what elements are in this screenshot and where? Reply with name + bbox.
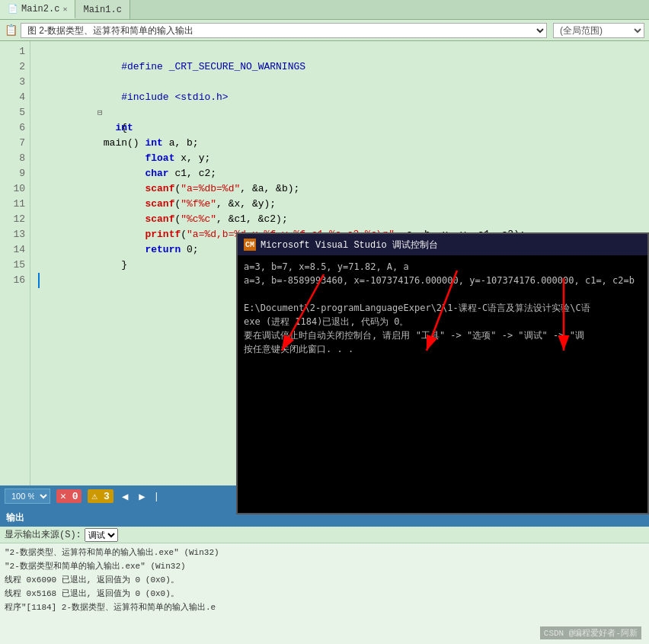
console-line-3 (244, 287, 641, 301)
func-scanf-9: scanf (145, 183, 174, 194)
code-text-13: 0; (181, 244, 198, 255)
line-num-3: 3 (0, 75, 30, 90)
collapse-marker-4: ⊟ (98, 108, 103, 117)
console-line-2: a=3, b=-8589993460, x=-107374176.000000,… (244, 274, 641, 287)
console-line-7: 按任意键关闭此窗口. . . (244, 342, 641, 356)
output-line-5: 程序"[1184] 2-数据类型、运算符和简单的输入输出.e (5, 601, 644, 614)
code-indent-8 (98, 168, 145, 179)
line-num-7: 7 (0, 136, 30, 151)
kw-int-6: int (145, 137, 162, 149)
scope-icon: 📋 (5, 24, 18, 37)
output-line-2: "2-数据类型和简单的输入输出.exe" (Win32) (5, 559, 644, 573)
code-include-str: <stdio.h> (174, 91, 228, 103)
func-scanf-11: scanf (145, 213, 174, 225)
code-line-1: #define _CRT_SECURE_NO_WARNINGS (38, 44, 649, 59)
code-indent-12 (98, 229, 145, 240)
watermark: CSDN @编程爱好者-阿新 (540, 626, 641, 639)
line-num-16: 16 (0, 273, 30, 288)
console-line-4: E:\Document\2-programLanguageExper\2\1-课… (244, 301, 641, 315)
code-indent-10 (98, 198, 145, 210)
nav-position: ∣ (154, 491, 159, 502)
error-count-badge: ✕ 0 (56, 489, 82, 503)
nav-back-button[interactable]: ◀ (120, 490, 130, 503)
tab-main1[interactable]: Main1.c (75, 0, 129, 19)
kw-float-7: float (145, 152, 174, 164)
output-source-select[interactable]: 调试 (85, 528, 118, 542)
line-num-10: 10 (0, 181, 30, 197)
output-panel: 输出 显示输出来源(S): 调试 "2-数据类型、运算符和简单的输入输出.exe… (0, 507, 649, 644)
code-args-10: , &x, &y); (216, 198, 276, 210)
output-title-text: 输出 (6, 511, 24, 524)
kw-return-13: return (145, 244, 181, 255)
console-app-icon: CM (244, 239, 256, 251)
line-num-14: 14 (0, 242, 30, 258)
code-indent-13 (98, 244, 145, 255)
line-num-4: 4 (0, 90, 30, 105)
zoom-select[interactable]: 100 % (5, 489, 50, 504)
output-toolbar: 显示输出来源(S): 调试 (0, 527, 649, 543)
tab-icon-main2: 📄 (8, 4, 18, 14)
console-content: a=3, b=7, x=8.5, y=71.82, A, a a=3, b=-8… (238, 255, 647, 513)
tab-main2[interactable]: 📄 Main2.c ✕ (0, 0, 75, 19)
code-args-9: , &a, &b); (240, 183, 299, 194)
warning-count-badge: ⚠ 3 (88, 489, 113, 503)
code-text-5: { (98, 122, 127, 133)
tab-label-main1: Main1.c (83, 5, 121, 15)
line-num-6: 6 (0, 120, 30, 136)
console-line-6: 要在调试停止时自动关闭控制台, 请启用 "工具" -> "选项" -> "调试"… (244, 328, 641, 342)
line-num-12: 12 (0, 212, 30, 227)
code-text-1: #define _CRT_SECURE_NO_WARNINGS (98, 61, 305, 72)
code-line-3: #include <stdio.h> (38, 75, 649, 90)
str-9: "a=%db=%d" (181, 183, 240, 194)
line-numbers: 1 2 3 4 5 6 7 8 9 10 11 12 13 14 15 16 (0, 41, 30, 485)
code-indent-11 (98, 213, 145, 225)
console-window[interactable]: CM Microsoft Visual Studio 调试控制台 a=3, b=… (236, 232, 649, 514)
code-paren-12a: ( (181, 229, 187, 240)
code-indent-6 (98, 137, 145, 149)
scope-right-dropdown[interactable]: (全局范围) (553, 23, 644, 38)
code-text-14: } (98, 259, 127, 271)
line-num-11: 11 (0, 197, 30, 212)
scope-toolbar: 📋 图 2-数据类型、运算符和简单的输入输出 (全局范围) (0, 20, 649, 41)
func-printf-12: printf (145, 229, 181, 240)
console-line-5: exe (进程 1184)已退出, 代码为 0。 (244, 315, 641, 328)
output-source-label: 显示输出来源(S): (5, 528, 82, 541)
code-args-11: , &c1, &c2); (216, 213, 288, 225)
line-num-9: 9 (0, 166, 30, 181)
code-indent-7 (98, 152, 145, 164)
tab-label-main2: Main2.c (21, 4, 59, 14)
code-text-6: a, b; (163, 137, 199, 149)
code-text-8: c1, c2; (169, 168, 216, 179)
code-indent-9 (98, 183, 145, 194)
output-line-1: "2-数据类型、运算符和简单的输入输出.exe" (Win32) (5, 546, 644, 559)
line-num-2: 2 (0, 59, 30, 75)
str-10: "%f%e" (181, 198, 216, 210)
output-line-4: 线程 0x5168 已退出, 返回值为 0 (0x0)。 (5, 587, 644, 601)
line-num-8: 8 (0, 151, 30, 166)
output-line-3: 线程 0x6090 已退出, 返回值为 0 (0x0)。 (5, 573, 644, 587)
console-title-bar: CM Microsoft Visual Studio 调试控制台 (238, 234, 647, 255)
line-num-13: 13 (0, 227, 30, 242)
line-num-5: 5 (0, 105, 30, 120)
line-num-1: 1 (0, 44, 30, 59)
nav-forward-button[interactable]: ▶ (136, 490, 147, 503)
kw-char-8: char (145, 168, 168, 179)
line-num-15: 15 (0, 258, 30, 273)
console-title-text: Microsoft Visual Studio 调试控制台 (261, 239, 438, 252)
func-scanf-10: scanf (145, 198, 174, 210)
scope-dropdown[interactable]: 图 2-数据类型、运算符和简单的输入输出 (21, 23, 547, 38)
code-line-5: { (38, 105, 649, 120)
code-text-3: #include (98, 91, 174, 103)
console-line-1: a=3, b=7, x=8.5, y=71.82, A, a (244, 260, 641, 274)
tab-bar: 📄 Main2.c ✕ Main1.c (0, 0, 649, 20)
tab-modified-main2: ✕ (62, 5, 67, 14)
str-11: "%c%c" (181, 213, 216, 225)
code-text-7: x, y; (174, 152, 210, 164)
